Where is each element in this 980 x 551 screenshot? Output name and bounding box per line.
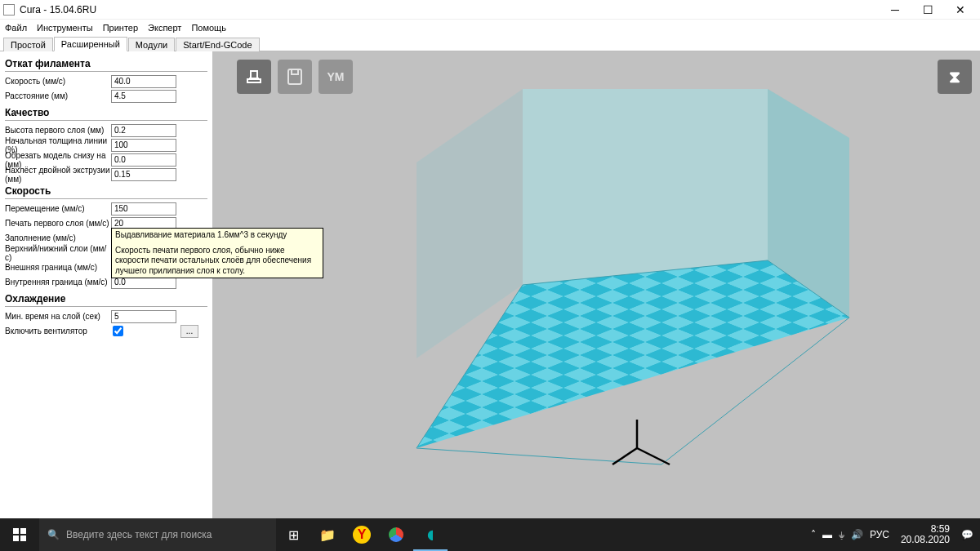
settings-tabs: Простой Расширенный Модули Start/End-GCo…: [0, 35, 980, 51]
svg-rect-14: [13, 528, 19, 534]
menu-tools[interactable]: Инструменты: [37, 23, 93, 33]
menu-expert[interactable]: Эксперт: [148, 23, 181, 33]
start-button[interactable]: [0, 518, 39, 551]
tooltip-line1: Выдавливание материала 1.6мм^3 в секунду: [115, 230, 319, 241]
clock-date: 20.08.2020: [901, 535, 950, 545]
titlebar: Cura - 15.04.6RU ─ ☐ ✕: [0, 0, 980, 20]
cut-bottom-input[interactable]: [111, 153, 176, 167]
minimize-button[interactable]: ─: [879, 0, 911, 20]
min-time-label: Мин. время на слой (сек): [5, 312, 111, 321]
window-title: Cura - 15.04.6RU: [20, 4, 96, 16]
outer-shell-label: Внешняя граница (мм/с): [5, 263, 111, 272]
task-view-icon[interactable]: ⊞: [276, 518, 310, 551]
render-progress-icon: ⧗: [938, 60, 972, 94]
load-model-icon[interactable]: [237, 60, 271, 94]
tooltip-first-layer-speed: Выдавливание материала 1.6мм^3 в секунду…: [111, 228, 323, 278]
svg-rect-16: [13, 535, 19, 541]
speed-label: Скорость (мм/с): [5, 77, 111, 86]
3d-viewport[interactable]: YM ⧗: [212, 51, 980, 518]
overlap-input[interactable]: [111, 168, 176, 181]
first-layer-height-label: Высота первого слоя (мм): [5, 126, 111, 135]
speed-input[interactable]: [111, 75, 176, 88]
travel-input[interactable]: [111, 202, 176, 216]
app-logo-icon: [3, 4, 15, 16]
svg-rect-17: [20, 535, 26, 541]
section-cooling: Охлаждение: [5, 290, 207, 307]
svg-marker-6: [523, 89, 768, 285]
svg-line-11: [637, 448, 670, 464]
battery-icon[interactable]: ▬: [822, 529, 832, 540]
svg-rect-15: [20, 528, 26, 534]
min-time-input[interactable]: [111, 310, 176, 323]
save-gcode-icon[interactable]: [278, 60, 312, 94]
overlap-label: Нахлёст двойной экструзии (мм): [5, 166, 111, 184]
search-box[interactable]: 🔍 Введите здесь текст для поиска: [39, 518, 276, 551]
tab-gcode[interactable]: Start/End-GCode: [176, 38, 259, 51]
search-placeholder: Введите здесь текст для поиска: [66, 529, 212, 540]
svg-rect-0: [288, 69, 301, 84]
menu-printer[interactable]: Принтер: [103, 23, 138, 33]
topbot-speed-label: Верхний/нижний слои (мм/с): [5, 244, 111, 262]
menu-help[interactable]: Помощь: [191, 23, 226, 33]
chrome-icon[interactable]: [379, 518, 413, 551]
travel-label: Перемещение (мм/с): [5, 204, 111, 213]
menu-file[interactable]: Файл: [5, 23, 27, 33]
tooltip-line2: Скорость печати первого слоя, обычно ниж…: [115, 246, 319, 277]
close-button[interactable]: ✕: [944, 0, 977, 20]
fan-checkbox[interactable]: [113, 326, 123, 336]
section-retract: Откат филамента: [5, 55, 207, 72]
distance-input[interactable]: [111, 90, 176, 103]
windows-taskbar: 🔍 Введите здесь текст для поиска ⊞ 📁 Y ◖…: [0, 518, 980, 551]
section-quality: Качество: [5, 104, 207, 121]
tray-up-icon[interactable]: ˄: [811, 529, 816, 540]
search-icon: 🔍: [47, 529, 60, 540]
tab-modules[interactable]: Модули: [128, 38, 175, 51]
cura-taskbar-icon[interactable]: ◖: [413, 518, 448, 551]
distance-label: Расстояние (мм): [5, 91, 111, 100]
volume-icon[interactable]: 🔊: [851, 529, 863, 540]
fan-more-button[interactable]: ...: [180, 325, 198, 338]
settings-panel: Откат филамента Скорость (мм/с) Расстоян…: [0, 51, 212, 518]
section-speed: Скорость: [5, 182, 207, 199]
menubar: Файл Инструменты Принтер Эксперт Помощь: [0, 20, 980, 35]
build-volume: [318, 81, 874, 489]
init-line-width-input[interactable]: [111, 139, 176, 152]
tab-simple[interactable]: Простой: [3, 38, 53, 51]
language-indicator[interactable]: РУС: [870, 529, 889, 540]
first-layer-height-input[interactable]: [111, 124, 176, 137]
yandex-browser-icon[interactable]: Y: [345, 518, 379, 551]
tab-advanced[interactable]: Расширенный: [54, 37, 127, 51]
system-tray: ˄ ▬ ⏚ 🔊 РУС 8:59 20.08.2020 💬: [804, 524, 980, 545]
inner-shell-label: Внутренняя граница (мм/с): [5, 278, 111, 287]
wifi-icon[interactable]: ⏚: [839, 529, 844, 540]
fan-label: Включить вентилятор: [5, 327, 111, 335]
file-explorer-icon[interactable]: 📁: [310, 518, 345, 551]
infill-speed-label: Заполнение (мм/с): [5, 233, 111, 242]
first-print-label: Печать первого слоя (мм/с): [5, 219, 111, 228]
svg-rect-1: [292, 69, 298, 74]
clock[interactable]: 8:59 20.08.2020: [898, 524, 953, 545]
maximize-button[interactable]: ☐: [911, 0, 944, 20]
notifications-icon[interactable]: 💬: [961, 529, 973, 540]
